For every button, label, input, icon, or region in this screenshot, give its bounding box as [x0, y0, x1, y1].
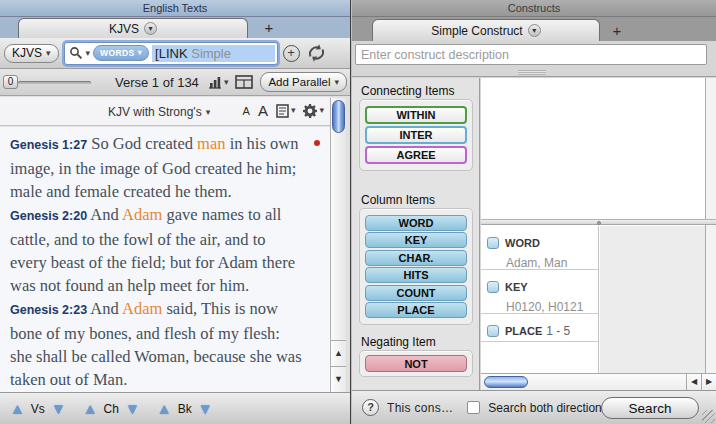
- construct-grid: WORDAdam, ManKEYH0120, H0121PLACE1 - 5: [481, 226, 716, 373]
- verse-nav-group: ▲Bk▼: [157, 401, 213, 416]
- slider-knob[interactable]: 0: [3, 75, 18, 89]
- column-item-char[interactable]: CHAR.: [365, 250, 467, 266]
- add-search-term-button[interactable]: +: [283, 45, 300, 62]
- construct-row-value: H0120, H0121: [506, 300, 595, 314]
- search-query-input[interactable]: [LINK Simple: [152, 45, 274, 62]
- chevron-down-icon: ▾: [224, 78, 229, 87]
- nav-down-icon[interactable]: ▼: [198, 401, 213, 416]
- search-scope-pill[interactable]: WORDS ▾: [93, 45, 149, 61]
- scroll-up-button[interactable]: ▲: [331, 340, 346, 366]
- construct-row-value: Adam, Man: [506, 256, 595, 270]
- nav-up-icon[interactable]: ▲: [83, 401, 98, 416]
- increase-font-button[interactable]: A: [258, 102, 268, 119]
- verse-reference[interactable]: Genesis 1:27: [10, 138, 87, 152]
- search-hit-word: man: [197, 134, 225, 153]
- verse-reference[interactable]: Genesis 2:20: [10, 209, 87, 223]
- text-selector-button[interactable]: KJVS ▾: [4, 44, 59, 63]
- tab-bar: Simple Construct ▾ +: [352, 17, 716, 41]
- nav-down-icon[interactable]: ▼: [51, 401, 66, 416]
- search-field[interactable]: ▾ WORDS ▾ [LINK Simple: [64, 42, 278, 65]
- construct-column[interactable]: WORDAdam, ManKEYH0120, H0121PLACE1 - 5: [481, 226, 599, 373]
- row-checkbox[interactable]: [487, 325, 499, 337]
- verse-list: Genesis 1:27 So God created man in his o…: [10, 132, 304, 392]
- construct-row[interactable]: PLACE1 - 5: [481, 314, 598, 342]
- column-item-place[interactable]: PLACE: [365, 302, 467, 318]
- scroll-left-button[interactable]: ◀: [686, 374, 701, 390]
- search-button[interactable]: Search: [601, 397, 699, 419]
- scroll-right-button[interactable]: ▶: [701, 374, 716, 390]
- chevron-down-icon: ▾: [46, 49, 51, 58]
- new-tab-button[interactable]: +: [261, 19, 277, 36]
- version-selector[interactable]: KJV with Strong's ▾: [108, 105, 210, 119]
- verse-reference[interactable]: Genesis 2:23: [10, 303, 87, 317]
- negating-item-not[interactable]: NOT: [365, 355, 467, 372]
- chevron-down-icon: ▾: [291, 106, 296, 115]
- verse-slider[interactable]: 0: [3, 75, 91, 89]
- recycle-search-icon[interactable]: [305, 43, 328, 63]
- connecting-item-agree[interactable]: AGREE: [365, 146, 467, 164]
- row-checkbox[interactable]: [487, 237, 499, 249]
- vertical-scrollbar[interactable]: ▲ ▼: [330, 98, 346, 392]
- nav-down-icon[interactable]: ▼: [125, 401, 140, 416]
- gear-menu-button[interactable]: ▾: [303, 104, 324, 118]
- query-argument: Simple: [188, 46, 231, 61]
- tab-menu-icon[interactable]: ▾: [528, 24, 541, 37]
- construct-row-label: PLACE: [505, 325, 542, 337]
- construct-row[interactable]: KEYH0120, H0121: [481, 270, 598, 314]
- verse: Genesis 2:23 And Adam said, This is now …: [10, 297, 304, 391]
- tab-label: KJVS: [109, 22, 139, 36]
- column-item-hits[interactable]: HITS: [365, 267, 467, 283]
- row-checkbox[interactable]: [487, 281, 499, 293]
- chevron-down-icon: ▾: [138, 49, 142, 57]
- scrollbar-thumb[interactable]: [332, 100, 345, 133]
- window-resize-grip[interactable]: [702, 410, 715, 423]
- splitter-bar[interactable]: [481, 219, 716, 225]
- connecting-item-within[interactable]: WITHIN: [365, 106, 467, 124]
- construct-footer: ? This cons… Search both directions Sear…: [352, 390, 716, 424]
- nav-label: Ch: [104, 402, 119, 416]
- verse-text: And: [90, 299, 122, 318]
- nav-label: Bk: [178, 402, 192, 416]
- search-both-directions-checkbox[interactable]: [467, 401, 480, 414]
- nav-label: Vs: [31, 402, 45, 416]
- analysis-chart-button[interactable]: ▾: [208, 75, 229, 89]
- nav-row-icons: ▾ Add Parallel ▾: [208, 72, 347, 92]
- tab-simple-construct[interactable]: Simple Construct ▾: [372, 19, 600, 41]
- help-button[interactable]: ?: [362, 399, 379, 416]
- scrollbar-thumb[interactable]: [484, 376, 528, 388]
- verse-text: So God created: [91, 134, 197, 153]
- search-menu-chevron-icon[interactable]: ▾: [86, 49, 91, 58]
- add-parallel-button[interactable]: Add Parallel ▾: [260, 72, 347, 92]
- connecting-item-inter[interactable]: INTER: [365, 126, 467, 144]
- column-item-count[interactable]: COUNT: [365, 285, 467, 301]
- search-icon[interactable]: [69, 46, 83, 60]
- english-texts-window: English Texts KJVS ▾ + KJVS ▾ ▾ WORDS ▾ …: [0, 0, 351, 424]
- display-settings-button[interactable]: ▾: [276, 104, 296, 118]
- horizontal-scrollbar[interactable]: ◀ ▶: [481, 373, 716, 390]
- verse-nav-group: ▲Vs▼: [10, 401, 66, 416]
- tab-kjvs[interactable]: KJVS ▾: [18, 18, 248, 38]
- column-item-key[interactable]: KEY: [365, 232, 467, 248]
- nav-up-icon[interactable]: ▲: [157, 401, 172, 416]
- slider-track[interactable]: [18, 81, 91, 84]
- connecting-items-label: Connecting Items: [361, 84, 454, 98]
- bible-text-area[interactable]: Genesis 1:27 So God created man in his o…: [0, 127, 330, 392]
- construct-row[interactable]: WORDAdam, Man: [481, 226, 598, 270]
- chevron-down-icon: ▾: [319, 106, 324, 115]
- new-tab-button[interactable]: +: [609, 22, 625, 39]
- scroll-down-button[interactable]: ▼: [331, 366, 346, 392]
- splitter-handle-icon[interactable]: [597, 221, 601, 225]
- tab-bar: KJVS ▾ +: [0, 17, 350, 38]
- column-item-word[interactable]: WORD: [365, 215, 467, 231]
- construct-description-input[interactable]: [355, 44, 707, 65]
- nav-up-icon[interactable]: ▲: [10, 401, 25, 416]
- bar-chart-icon: [208, 75, 222, 89]
- construct-workspace[interactable]: WORDAdam, ManKEYH0120, H0121PLACE1 - 5 ◀…: [481, 78, 716, 390]
- drag-grip-icon[interactable]: [518, 70, 546, 75]
- tab-menu-icon[interactable]: ▾: [144, 22, 157, 35]
- panes-icon[interactable]: [235, 75, 253, 89]
- decrease-font-button[interactable]: A: [243, 105, 250, 117]
- search-toolbar: KJVS ▾ ▾ WORDS ▾ [LINK Simple +: [0, 38, 350, 69]
- chevron-down-icon: ▾: [334, 78, 339, 87]
- verse-nav-row: 0 Verse 1 of 134 ▾ Add Parallel: [0, 69, 350, 96]
